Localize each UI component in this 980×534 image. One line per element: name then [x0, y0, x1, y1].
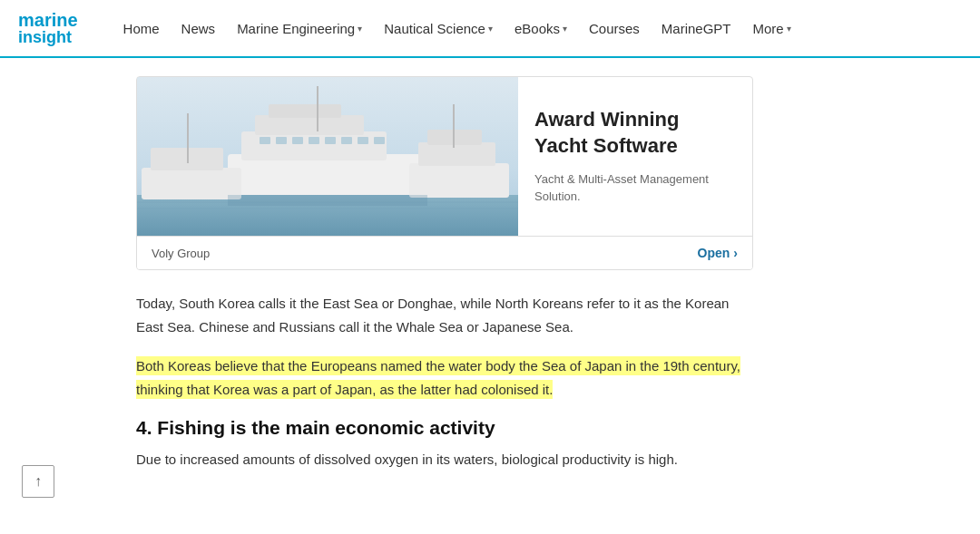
svg-rect-10: [418, 142, 495, 166]
logo-insight-text: insight: [18, 29, 78, 45]
svg-rect-15: [187, 113, 189, 163]
section-4-heading: 4. Fishing is the main economic activity: [136, 417, 844, 439]
ad-image: [137, 77, 518, 236]
nav-ebooks[interactable]: eBooks ▾: [505, 14, 576, 44]
nav-news[interactable]: News: [172, 14, 225, 44]
svg-rect-21: [325, 137, 336, 144]
ad-open-chevron: ›: [733, 246, 738, 260]
svg-rect-20: [309, 137, 319, 144]
svg-rect-9: [409, 163, 509, 198]
scroll-top-icon: ↑: [34, 473, 42, 490]
highlighted-text: Both Koreas believe that the Europeans n…: [136, 356, 740, 399]
yacht-illustration: [137, 77, 518, 236]
svg-rect-5: [241, 131, 387, 160]
nav-more[interactable]: More ▾: [744, 14, 800, 44]
ad-brand: Voly Group: [152, 247, 210, 260]
nav-home[interactable]: Home: [114, 14, 169, 44]
marine-engineering-chevron: ▾: [358, 24, 362, 34]
ad-subtitle: Yacht & Multi-Asset Management Solution.: [534, 170, 736, 206]
svg-rect-6: [255, 115, 364, 135]
ad-open-button[interactable]: Open ›: [698, 246, 738, 260]
svg-rect-16: [228, 195, 427, 206]
svg-rect-22: [341, 137, 352, 144]
svg-rect-23: [358, 137, 368, 144]
nav-marinegpt[interactable]: MarineGPT: [652, 14, 740, 44]
ad-footer: Voly Group Open ›: [137, 236, 752, 269]
ad-title: Award Winning Yacht Software: [534, 107, 736, 159]
ebooks-chevron: ▾: [563, 24, 567, 34]
site-logo[interactable]: marine insight: [18, 11, 78, 45]
svg-rect-7: [269, 104, 341, 118]
nautical-science-chevron: ▾: [488, 24, 493, 34]
more-chevron: ▾: [787, 24, 791, 34]
scroll-to-top-button[interactable]: ↑: [22, 465, 54, 498]
svg-rect-8: [317, 86, 318, 131]
nav-marine-engineering[interactable]: Marine Engineering ▾: [228, 14, 371, 44]
svg-rect-17: [260, 137, 270, 144]
site-header: marine insight Home News Marine Engineer…: [0, 0, 980, 58]
svg-rect-19: [292, 137, 303, 144]
main-nav: Home News Marine Engineering ▾ Nautical …: [114, 14, 800, 44]
svg-rect-24: [374, 137, 385, 144]
svg-rect-13: [142, 168, 241, 199]
svg-rect-18: [276, 137, 287, 144]
article-para-1: Today, South Korea calls it the East Sea…: [136, 292, 753, 338]
ad-text-block: Award Winning Yacht Software Yacht & Mul…: [518, 77, 752, 236]
ad-card: Award Winning Yacht Software Yacht & Mul…: [136, 76, 753, 270]
logo-marine-text: marine: [18, 11, 78, 29]
section-4-para: Due to increased amounts of dissolved ox…: [136, 448, 753, 471]
nav-nautical-science[interactable]: Nautical Science ▾: [375, 14, 502, 44]
article-para-highlighted: Both Koreas believe that the Europeans n…: [136, 354, 753, 401]
main-content: Award Winning Yacht Software Yacht & Mul…: [118, 58, 862, 515]
nav-courses[interactable]: Courses: [580, 14, 649, 44]
svg-rect-12: [453, 104, 455, 148]
